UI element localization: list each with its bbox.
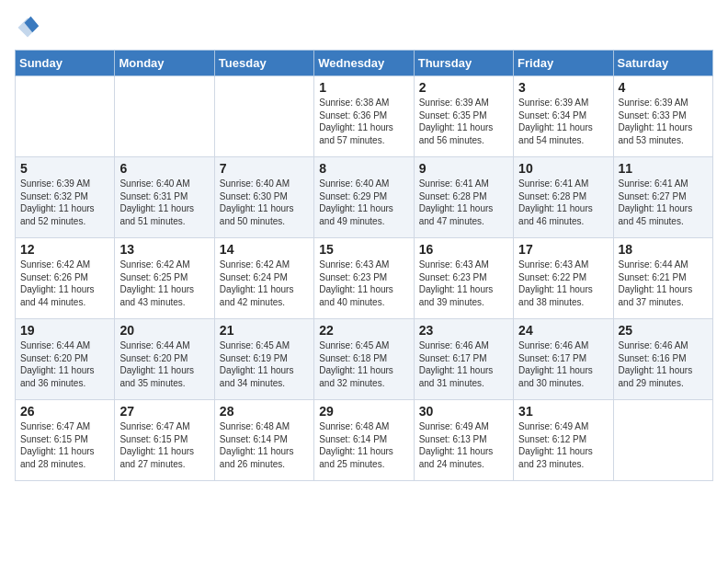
day-info: Sunrise: 6:48 AM Sunset: 6:14 PM Dayligh… <box>220 420 309 470</box>
calendar-cell: 29Sunrise: 6:48 AM Sunset: 6:14 PM Dayli… <box>314 400 414 481</box>
calendar-cell <box>613 400 712 481</box>
day-info: Sunrise: 6:48 AM Sunset: 6:14 PM Dayligh… <box>319 420 408 470</box>
day-number: 16 <box>419 242 508 257</box>
day-number: 11 <box>619 161 708 176</box>
calendar-cell: 1Sunrise: 6:38 AM Sunset: 6:36 PM Daylig… <box>314 76 414 157</box>
day-number: 25 <box>619 323 708 338</box>
calendar-cell: 25Sunrise: 6:46 AM Sunset: 6:16 PM Dayli… <box>613 319 712 400</box>
calendar-cell: 15Sunrise: 6:43 AM Sunset: 6:23 PM Dayli… <box>314 238 414 319</box>
day-info: Sunrise: 6:40 AM Sunset: 6:30 PM Dayligh… <box>220 178 309 227</box>
day-number: 7 <box>220 161 309 176</box>
day-number: 1 <box>319 80 408 95</box>
calendar-cell: 22Sunrise: 6:45 AM Sunset: 6:18 PM Dayli… <box>314 319 414 400</box>
calendar-cell <box>115 76 214 157</box>
logo <box>15 15 44 40</box>
day-info: Sunrise: 6:40 AM Sunset: 6:31 PM Dayligh… <box>119 178 209 227</box>
day-number: 12 <box>20 242 109 257</box>
day-info: Sunrise: 6:42 AM Sunset: 6:26 PM Dayligh… <box>20 259 109 308</box>
day-number: 14 <box>220 242 309 257</box>
day-info: Sunrise: 6:38 AM Sunset: 6:36 PM Dayligh… <box>319 97 408 146</box>
weekday-header-tuesday: Tuesday <box>214 51 313 76</box>
weekday-header-thursday: Thursday <box>414 51 513 76</box>
day-info: Sunrise: 6:46 AM Sunset: 6:17 PM Dayligh… <box>518 339 608 389</box>
weekday-header-friday: Friday <box>514 51 613 76</box>
day-number: 5 <box>20 161 109 176</box>
day-number: 19 <box>20 323 109 338</box>
calendar-cell: 7Sunrise: 6:40 AM Sunset: 6:30 PM Daylig… <box>214 157 313 238</box>
calendar-cell: 28Sunrise: 6:48 AM Sunset: 6:14 PM Dayli… <box>214 400 313 481</box>
calendar-cell: 27Sunrise: 6:47 AM Sunset: 6:15 PM Dayli… <box>115 400 214 481</box>
calendar-cell: 13Sunrise: 6:42 AM Sunset: 6:25 PM Dayli… <box>115 238 214 319</box>
day-number: 17 <box>518 242 608 257</box>
calendar-cell: 16Sunrise: 6:43 AM Sunset: 6:23 PM Dayli… <box>414 238 513 319</box>
day-number: 26 <box>20 404 109 419</box>
weekday-header-sunday: Sunday <box>16 51 115 76</box>
day-info: Sunrise: 6:39 AM Sunset: 6:34 PM Dayligh… <box>518 97 608 146</box>
day-info: Sunrise: 6:40 AM Sunset: 6:29 PM Dayligh… <box>319 178 408 227</box>
calendar-cell: 30Sunrise: 6:49 AM Sunset: 6:13 PM Dayli… <box>414 400 513 481</box>
day-number: 23 <box>419 323 508 338</box>
day-number: 31 <box>518 404 608 419</box>
day-number: 22 <box>319 323 408 338</box>
calendar-cell: 18Sunrise: 6:44 AM Sunset: 6:21 PM Dayli… <box>613 238 712 319</box>
day-info: Sunrise: 6:46 AM Sunset: 6:17 PM Dayligh… <box>419 339 508 389</box>
calendar-cell: 10Sunrise: 6:41 AM Sunset: 6:28 PM Dayli… <box>514 157 613 238</box>
calendar-cell: 14Sunrise: 6:42 AM Sunset: 6:24 PM Dayli… <box>214 238 313 319</box>
calendar-week-row: 19Sunrise: 6:44 AM Sunset: 6:20 PM Dayli… <box>16 319 713 400</box>
day-info: Sunrise: 6:39 AM Sunset: 6:33 PM Dayligh… <box>619 97 708 146</box>
day-info: Sunrise: 6:44 AM Sunset: 6:20 PM Dayligh… <box>20 339 109 389</box>
calendar-cell: 11Sunrise: 6:41 AM Sunset: 6:27 PM Dayli… <box>613 157 712 238</box>
logo-icon <box>15 15 40 40</box>
day-info: Sunrise: 6:41 AM Sunset: 6:28 PM Dayligh… <box>518 178 608 227</box>
day-info: Sunrise: 6:43 AM Sunset: 6:23 PM Dayligh… <box>419 259 508 308</box>
day-number: 13 <box>119 242 209 257</box>
day-info: Sunrise: 6:42 AM Sunset: 6:25 PM Dayligh… <box>119 259 209 308</box>
calendar-cell: 17Sunrise: 6:43 AM Sunset: 6:22 PM Dayli… <box>514 238 613 319</box>
calendar-cell: 5Sunrise: 6:39 AM Sunset: 6:32 PM Daylig… <box>16 157 115 238</box>
day-info: Sunrise: 6:49 AM Sunset: 6:13 PM Dayligh… <box>419 420 508 470</box>
day-number: 21 <box>220 323 309 338</box>
day-info: Sunrise: 6:43 AM Sunset: 6:22 PM Dayligh… <box>518 259 608 308</box>
calendar-cell: 6Sunrise: 6:40 AM Sunset: 6:31 PM Daylig… <box>115 157 214 238</box>
day-number: 15 <box>319 242 408 257</box>
calendar-cell <box>214 76 313 157</box>
calendar-cell: 12Sunrise: 6:42 AM Sunset: 6:26 PM Dayli… <box>16 238 115 319</box>
calendar-cell: 26Sunrise: 6:47 AM Sunset: 6:15 PM Dayli… <box>16 400 115 481</box>
day-info: Sunrise: 6:41 AM Sunset: 6:27 PM Dayligh… <box>619 178 708 227</box>
calendar-cell: 21Sunrise: 6:45 AM Sunset: 6:19 PM Dayli… <box>214 319 313 400</box>
day-number: 18 <box>619 242 708 257</box>
day-number: 20 <box>119 323 209 338</box>
day-info: Sunrise: 6:39 AM Sunset: 6:32 PM Dayligh… <box>20 178 109 227</box>
day-number: 30 <box>419 404 508 419</box>
calendar-week-row: 5Sunrise: 6:39 AM Sunset: 6:32 PM Daylig… <box>16 157 713 238</box>
day-number: 10 <box>518 161 608 176</box>
day-number: 3 <box>518 80 608 95</box>
calendar-table: SundayMondayTuesdayWednesdayThursdayFrid… <box>15 50 713 481</box>
day-number: 6 <box>119 161 209 176</box>
calendar-week-row: 1Sunrise: 6:38 AM Sunset: 6:36 PM Daylig… <box>16 76 713 157</box>
day-info: Sunrise: 6:43 AM Sunset: 6:23 PM Dayligh… <box>319 259 408 308</box>
calendar-cell: 8Sunrise: 6:40 AM Sunset: 6:29 PM Daylig… <box>314 157 414 238</box>
day-info: Sunrise: 6:47 AM Sunset: 6:15 PM Dayligh… <box>20 420 109 470</box>
day-info: Sunrise: 6:39 AM Sunset: 6:35 PM Dayligh… <box>419 97 508 146</box>
day-info: Sunrise: 6:47 AM Sunset: 6:15 PM Dayligh… <box>119 420 209 470</box>
day-info: Sunrise: 6:45 AM Sunset: 6:18 PM Dayligh… <box>319 339 408 389</box>
calendar-cell: 20Sunrise: 6:44 AM Sunset: 6:20 PM Dayli… <box>115 319 214 400</box>
day-info: Sunrise: 6:42 AM Sunset: 6:24 PM Dayligh… <box>220 259 309 308</box>
day-number: 27 <box>119 404 209 419</box>
weekday-header-wednesday: Wednesday <box>314 51 414 76</box>
weekday-header-row: SundayMondayTuesdayWednesdayThursdayFrid… <box>16 51 713 76</box>
day-number: 9 <box>419 161 508 176</box>
calendar-cell: 23Sunrise: 6:46 AM Sunset: 6:17 PM Dayli… <box>414 319 513 400</box>
day-info: Sunrise: 6:46 AM Sunset: 6:16 PM Dayligh… <box>619 339 708 389</box>
day-number: 4 <box>619 80 708 95</box>
day-number: 24 <box>518 323 608 338</box>
calendar-cell: 9Sunrise: 6:41 AM Sunset: 6:28 PM Daylig… <box>414 157 513 238</box>
day-number: 28 <box>220 404 309 419</box>
calendar-week-row: 26Sunrise: 6:47 AM Sunset: 6:15 PM Dayli… <box>16 400 713 481</box>
day-info: Sunrise: 6:44 AM Sunset: 6:21 PM Dayligh… <box>619 259 708 308</box>
weekday-header-saturday: Saturday <box>613 51 712 76</box>
calendar-cell: 24Sunrise: 6:46 AM Sunset: 6:17 PM Dayli… <box>514 319 613 400</box>
calendar-cell: 19Sunrise: 6:44 AM Sunset: 6:20 PM Dayli… <box>16 319 115 400</box>
day-info: Sunrise: 6:41 AM Sunset: 6:28 PM Dayligh… <box>419 178 508 227</box>
